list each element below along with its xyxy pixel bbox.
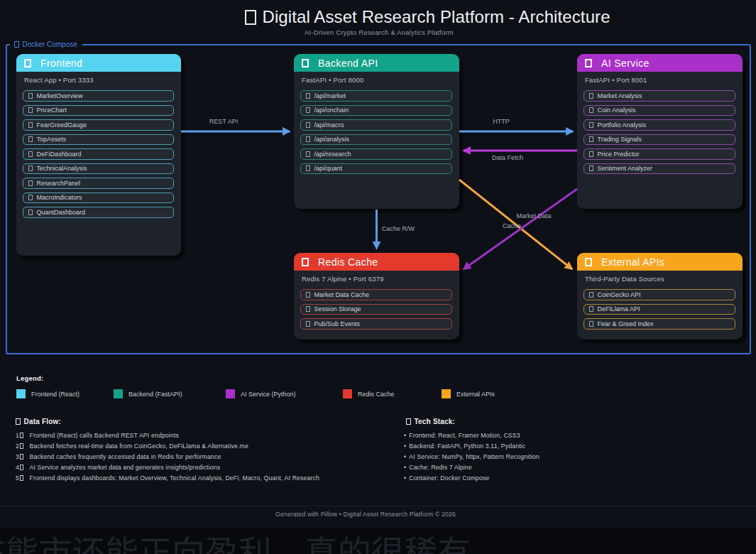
missing-glyph-icon <box>406 418 411 425</box>
tech-stack-item: • Backend: FastAPI, Python 3.11, Pydanti… <box>404 442 525 450</box>
missing-glyph-icon <box>16 418 21 425</box>
bullet-icon: • <box>404 432 406 439</box>
edge-label: Cache <box>503 222 521 229</box>
bullet-icon: • <box>404 464 406 471</box>
edge-label: Cache R/W <box>382 225 415 232</box>
legend-swatch-redis <box>343 389 352 398</box>
data-flow-step: 5 Frontend displays dashboards: Market O… <box>16 474 319 482</box>
step-text: Frontend displays dashboards: Market Ove… <box>29 474 319 482</box>
legend-swatch-ai <box>226 389 235 398</box>
missing-glyph-icon <box>20 443 24 449</box>
legend-label: Backend (FastAPI) <box>128 391 182 398</box>
tech-stack-text: Container: Docker Compose <box>409 474 489 482</box>
legend-label: Frontend (React) <box>31 391 80 398</box>
data-flow-heading: Data Flow: <box>16 418 61 425</box>
edge-label: Market Data <box>516 212 551 219</box>
legend-swatch-external <box>442 389 451 398</box>
edge-label: Data Fetch <box>492 154 523 161</box>
bullet-icon: • <box>404 474 406 482</box>
tech-stack-item: • Frontend: React, Framer Motion, CSS3 <box>404 432 520 439</box>
tech-stack-text: Cache: Redis 7 Alpine <box>409 464 472 471</box>
tech-stack-item: • Container: Docker Compose <box>404 474 490 482</box>
bullet-icon: • <box>404 442 406 450</box>
legend-item: Backend (FastAPI) <box>114 389 182 398</box>
legend-item: AI Service (Python) <box>226 389 296 398</box>
data-flow-step: 2 Backend fetches real-time data from Co… <box>16 442 248 450</box>
missing-glyph-icon <box>20 475 24 481</box>
step-number: 1 <box>16 432 19 439</box>
legend-label: External APIs <box>456 391 495 398</box>
step-text: Frontend (React) calls Backend REST API … <box>29 432 178 439</box>
legend-label: AI Service (Python) <box>241 391 296 398</box>
data-flow-step: 1 Frontend (React) calls Backend REST AP… <box>16 432 179 439</box>
step-text: AI Service analyzes market data and gene… <box>29 464 220 471</box>
tech-stack-item: • Cache: Redis 7 Alpine <box>404 464 472 471</box>
legend-item: External APIs <box>442 389 495 398</box>
step-number: 4 <box>16 464 19 471</box>
tech-stack-heading-text: Tech Stack: <box>415 418 456 425</box>
edge-label: HTTP <box>493 118 510 125</box>
legend-swatch-frontend <box>16 389 26 398</box>
caption-band: 在熊市还能正向盈利，真的很稀有 <box>0 528 756 554</box>
footer-divider <box>0 506 756 506</box>
legend-item: Redis Cache <box>343 389 395 398</box>
tech-stack-text: AI Service: NumPy, httpx, Pattern Recogn… <box>409 453 539 460</box>
edge-label: REST API <box>209 118 238 125</box>
data-flow-heading-text: Data Flow: <box>24 418 62 425</box>
tech-stack-heading: Tech Stack: <box>406 418 455 425</box>
footer-text: Generated with Pillow • Digital Asset Re… <box>275 511 456 518</box>
step-number: 5 <box>16 474 19 482</box>
legend-label: Redis Cache <box>358 391 395 398</box>
missing-glyph-icon <box>20 465 24 470</box>
legend-heading: Legend: <box>16 374 43 382</box>
step-text: Backend fetches real-time data from Coin… <box>29 442 248 450</box>
data-flow-step: 4 AI Service analyzes market data and ge… <box>16 464 220 471</box>
caption-glyphs <box>0 528 756 554</box>
architecture-diagram: Digital Asset Research Platform - Archit… <box>0 0 756 554</box>
step-number: 3 <box>16 453 19 460</box>
step-text: Backend caches frequently accessed data … <box>29 453 221 460</box>
bullet-icon: • <box>404 453 406 460</box>
legend-swatch-backend <box>114 389 123 398</box>
missing-glyph-icon <box>20 433 24 438</box>
tech-stack-item: • AI Service: NumPy, httpx, Pattern Reco… <box>404 453 539 460</box>
missing-glyph-icon <box>20 454 24 460</box>
tech-stack-text: Frontend: React, Framer Motion, CSS3 <box>409 432 520 439</box>
tech-stack-text: Backend: FastAPI, Python 3.11, Pydantic <box>409 442 525 450</box>
legend-item: Frontend (React) <box>16 389 80 398</box>
step-number: 2 <box>16 442 19 450</box>
data-flow-step: 3 Backend caches frequently accessed dat… <box>16 453 221 460</box>
